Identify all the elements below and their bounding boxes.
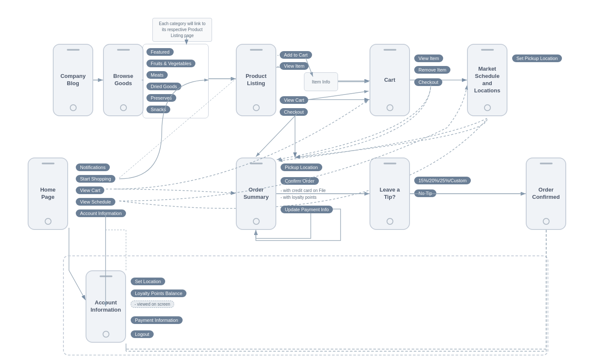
phone-home-btn — [103, 331, 109, 338]
account-info-label: AccountInformation — [87, 299, 125, 314]
phone-home-btn — [387, 218, 393, 225]
view-item-pill-product[interactable]: View Item — [280, 62, 309, 70]
remove-item-pill[interactable]: Remove Item — [414, 66, 450, 74]
item-info-box: Item Info — [304, 72, 338, 91]
cart-label: Cart — [381, 77, 398, 84]
checkout-pill-product[interactable]: Checkout — [280, 108, 308, 116]
leave-tip-label: Leave aTip? — [376, 186, 404, 201]
phone-notch — [250, 163, 263, 164]
phone-notch — [384, 163, 396, 164]
phone-order-confirmed: OrderConfirmed — [526, 158, 566, 230]
view-cart-pill-product[interactable]: View Cart — [280, 96, 308, 104]
phone-notch — [384, 49, 396, 51]
start-shopping-pill[interactable]: Start Shopping — [76, 175, 115, 183]
category-meats[interactable]: Meats — [146, 71, 168, 79]
set-pickup-location-pill[interactable]: Set Pickup Location — [512, 54, 562, 62]
home-page-label: HomePage — [37, 186, 59, 201]
item-info-label: Item Info — [312, 79, 330, 84]
phone-cart: Cart — [370, 44, 410, 116]
update-payment-pill[interactable]: Update Payment Info — [281, 206, 333, 213]
phone-browse-goods: BrowseGoods — [103, 44, 143, 116]
loyalty-points-pill[interactable]: Loyalty Points Balance — [131, 289, 186, 297]
company-blog-label: CompanyBlog — [57, 73, 89, 87]
account-info-pill-home[interactable]: Account Information — [76, 209, 126, 217]
notifications-pill[interactable]: Notifications — [76, 163, 110, 171]
phone-order-summary: OrderSummary — [236, 158, 276, 230]
tip-percent-pill[interactable]: 15%/20%/25%/Custom — [414, 177, 471, 184]
product-listing-label: ProductListing — [242, 73, 270, 87]
diagram-canvas: Each category will link to its respectiv… — [0, 0, 596, 364]
phone-notch — [42, 163, 54, 164]
phone-notch — [250, 49, 263, 51]
phone-home-btn — [543, 218, 550, 225]
category-featured[interactable]: Featured — [146, 48, 174, 56]
phone-home-page: HomePage — [28, 158, 68, 230]
phone-home-btn — [120, 104, 127, 111]
phone-home-btn — [484, 104, 491, 111]
phone-account-info: AccountInformation — [86, 270, 126, 343]
market-schedule-label: MarketScheduleandLocations — [471, 66, 504, 95]
category-dried-goods[interactable]: Dried Goods — [146, 83, 181, 90]
order-summary-label: OrderSummary — [240, 186, 272, 201]
browse-goods-label: BrowseGoods — [110, 73, 137, 87]
phone-notch — [540, 163, 553, 164]
phone-leave-tip: Leave aTip? — [370, 158, 410, 230]
no-tip-pill[interactable]: No Tip — [414, 189, 436, 197]
phone-product-listing: ProductListing — [236, 44, 276, 116]
pickup-location-pill[interactable]: Pickup Location — [281, 163, 322, 171]
phone-notch — [67, 49, 80, 51]
phone-home-btn — [253, 104, 260, 111]
add-to-cart-pill[interactable]: Add to Cart — [280, 51, 312, 59]
phone-home-btn — [70, 104, 77, 111]
svg-line-23 — [256, 114, 297, 157]
checkout-pill-cart[interactable]: Checkout — [414, 78, 442, 86]
phone-notch — [117, 49, 130, 51]
loyalty-points-sub: - with loyalty points — [281, 195, 316, 200]
view-cart-pill-home[interactable]: View Cart — [76, 186, 104, 194]
phone-market-schedule: MarketScheduleandLocations — [467, 44, 507, 116]
phone-home-btn — [253, 218, 260, 225]
phone-home-btn — [387, 104, 393, 111]
viewed-on-screen-pill: - viewed on screen — [131, 301, 174, 308]
phone-notch — [481, 49, 494, 51]
phone-company-blog: CompanyBlog — [53, 44, 93, 116]
set-location-pill[interactable]: Set Location — [131, 278, 165, 285]
phone-notch — [100, 275, 112, 277]
payment-info-pill[interactable]: Payment Information — [131, 316, 183, 324]
order-confirmed-label: OrderConfirmed — [529, 186, 563, 201]
view-item-pill-cart[interactable]: View Item — [414, 54, 443, 62]
annotation-text: Each category will link to its respectiv… — [159, 21, 206, 38]
svg-line-22 — [308, 91, 369, 100]
category-preserves[interactable]: Preserves — [146, 94, 176, 102]
confirm-sub-labels: - with credit card on File - with loyalt… — [281, 187, 326, 201]
phone-home-btn — [45, 218, 52, 225]
credit-card-sub: - with credit card on File — [281, 188, 326, 193]
logout-pill[interactable]: Logout — [131, 330, 154, 338]
category-fruits-veg[interactable]: Fruits & Vegetables — [146, 60, 195, 67]
confirm-order-pill[interactable]: Confirm Order — [281, 177, 319, 185]
view-schedule-pill[interactable]: View Schedule — [76, 198, 115, 206]
category-snacks[interactable]: Snacks — [146, 106, 170, 113]
